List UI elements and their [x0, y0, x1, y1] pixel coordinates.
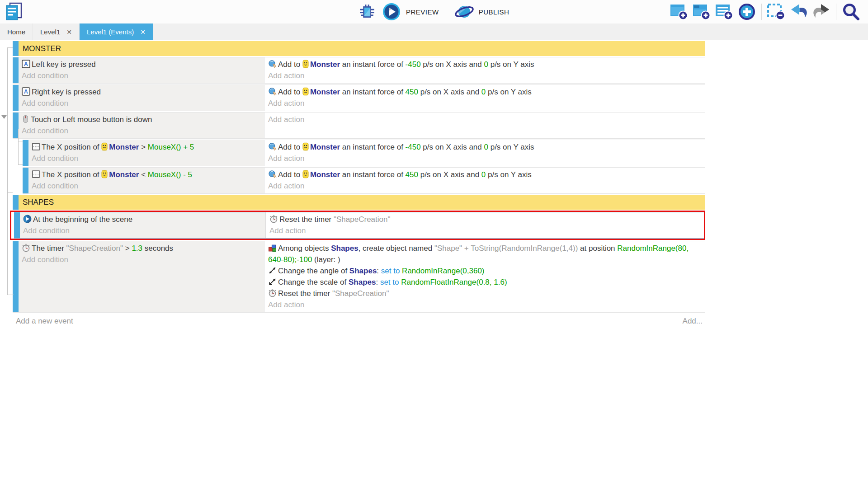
conditions-cell[interactable]: The timer "ShapeCreation" > 1.3 secondsA… [19, 241, 264, 312]
conditions-cell[interactable]: ALeft key is pressedAdd condition [19, 57, 264, 83]
instruction-text: p/s on Y axis [488, 60, 534, 69]
action-line[interactable]: Add to Monster an instant force of 450 p… [268, 169, 703, 180]
add-action[interactable]: Add action [268, 70, 703, 81]
add-action[interactable]: Add action [268, 98, 703, 109]
redo-icon[interactable] [811, 3, 831, 21]
actions-cell[interactable]: Add to Monster an instant force of -450 … [264, 57, 705, 83]
file-menu-icon[interactable] [4, 2, 24, 20]
add-action[interactable]: Add action [269, 225, 702, 236]
tab-level1-events[interactable]: Level1 (Events)✕ [80, 23, 153, 40]
actions-cell[interactable]: Add to Monster an instant force of 450 p… [264, 168, 705, 193]
conditions-cell[interactable]: ARight key is pressedAdd condition [19, 85, 264, 111]
event-selection-bar[interactable] [13, 85, 19, 111]
event-selection-bar[interactable] [23, 140, 28, 166]
event-row[interactable]: ARight key is pressedAdd conditionAdd to… [13, 84, 705, 111]
action-line[interactable]: Among objects Shapes, create object name… [268, 243, 703, 265]
add-condition[interactable]: Add condition [22, 98, 262, 109]
event-row[interactable]: The timer "ShapeCreation" > 1.3 secondsA… [13, 241, 705, 313]
conditions-cell[interactable]: The X position of Monster > MouseX() + 5… [28, 140, 264, 166]
event-selection-bar[interactable] [13, 57, 19, 83]
add-condition[interactable]: Add condition [22, 70, 262, 81]
event-row[interactable]: ALeft key is pressedAdd conditionAdd to … [13, 57, 705, 84]
instruction-text: Monster [310, 143, 340, 151]
tab-level1[interactable]: Level1✕ [33, 23, 80, 40]
add-action[interactable]: Add action [268, 114, 703, 125]
condition-line[interactable]: ALeft key is pressed [22, 59, 262, 70]
instruction-text: MouseX() + 5 [148, 143, 194, 151]
tab-home[interactable]: Home [0, 23, 33, 40]
instruction-text: Right key is pressed [32, 88, 101, 96]
event-selection-bar[interactable] [13, 241, 19, 312]
tab-close-icon[interactable]: ✕ [140, 28, 146, 36]
action-line[interactable]: Add to Monster an instant force of -450 … [268, 141, 703, 153]
condition-line[interactable]: The X position of Monster < MouseX() - 5 [32, 169, 262, 180]
top-toolbar: PREVIEW PUBLISH [0, 0, 868, 23]
event-selection-bar[interactable] [13, 195, 19, 210]
add-event-icon[interactable] [669, 3, 689, 21]
conditions-cell[interactable]: The X position of Monster < MouseX() - 5… [28, 168, 264, 193]
action-line[interactable]: Change the scale of Shapes: set to Rando… [268, 277, 703, 288]
preview-icon[interactable] [382, 3, 401, 21]
publish-icon[interactable] [454, 3, 474, 21]
action-line[interactable]: Reset the timer "ShapeCreation" [269, 214, 702, 225]
debugger-icon[interactable] [357, 3, 377, 21]
instruction-text: "ShapeCreation" [66, 244, 123, 253]
add-action[interactable]: Add action [268, 153, 703, 164]
instruction-text: Monster [109, 170, 139, 179]
actions-cell[interactable]: Among objects Shapes, create object name… [264, 241, 705, 312]
condition-line[interactable]: At the beginning of the scene [23, 214, 264, 225]
search-icon[interactable] [841, 3, 861, 21]
event-row[interactable]: Touch or Left mouse button is downAdd co… [13, 112, 705, 139]
instruction-text: an instant force of [340, 143, 406, 151]
actions-cell[interactable]: Add to Monster an instant force of 450 p… [264, 85, 705, 111]
instruction-text: 0 [481, 170, 486, 179]
add-new-event-link[interactable]: Add a new event [16, 317, 73, 326]
condition-line[interactable]: The X position of Monster > MouseX() + 5 [32, 141, 262, 153]
instruction-text: Add to [278, 60, 302, 69]
event-row[interactable]: At the beginning of the sceneAdd conditi… [14, 212, 704, 239]
event-row[interactable]: The X position of Monster < MouseX() - 5… [23, 167, 705, 194]
add-action[interactable]: Add action [268, 180, 703, 192]
tab-close-icon[interactable]: ✕ [66, 28, 72, 36]
instruction-text: 0 [484, 143, 488, 151]
actions-cell[interactable]: Reset the timer "ShapeCreation"Add actio… [266, 212, 704, 238]
collapse-expander-icon[interactable] [1, 115, 7, 119]
add-action[interactable]: Add action [268, 299, 703, 310]
add-subevent-icon[interactable] [692, 3, 712, 21]
add-condition[interactable]: Add condition [22, 125, 262, 136]
conditions-cell[interactable]: At the beginning of the sceneAdd conditi… [20, 212, 266, 238]
delete-event-icon[interactable] [766, 3, 786, 21]
event-selection-bar[interactable] [14, 212, 20, 238]
add-comment-icon[interactable] [714, 3, 734, 21]
actions-cell[interactable]: Add action [264, 113, 705, 138]
action-line[interactable]: Change the angle of Shapes: set to Rando… [268, 265, 703, 277]
action-line[interactable]: Reset the timer "ShapeCreation" [268, 288, 703, 299]
event-row[interactable]: The X position of Monster > MouseX() + 5… [23, 140, 705, 166]
undo-icon[interactable] [789, 3, 809, 21]
add-condition[interactable]: Add condition [23, 225, 264, 236]
instruction-text: Left key is pressed [32, 60, 96, 69]
group-header[interactable]: SHAPES [13, 195, 705, 210]
instruction-text: Change the scale of [278, 278, 349, 286]
instruction-text: p/s on Y axis [486, 170, 531, 179]
add-other-event-icon[interactable] [737, 3, 757, 21]
scene-begin-icon [23, 215, 32, 223]
condition-line[interactable]: ARight key is pressed [22, 86, 262, 98]
event-selection-bar[interactable] [23, 168, 28, 193]
actions-cell[interactable]: Add to Monster an instant force of -450 … [264, 140, 705, 166]
condition-line[interactable]: The timer "ShapeCreation" > 1.3 seconds [22, 243, 262, 254]
conditions-cell[interactable]: Touch or Left mouse button is downAdd co… [19, 113, 264, 138]
add-condition[interactable]: Add condition [32, 153, 262, 164]
preview-label[interactable]: PREVIEW [406, 8, 439, 16]
add-more-link[interactable]: Add... [683, 317, 703, 326]
monster-object-icon [302, 142, 309, 151]
group-header[interactable]: MONSTER [13, 41, 705, 56]
publish-label[interactable]: PUBLISH [479, 8, 509, 16]
action-line[interactable]: Add to Monster an instant force of -450 … [268, 59, 703, 70]
action-line[interactable]: Add to Monster an instant force of 450 p… [268, 86, 703, 98]
add-condition[interactable]: Add condition [32, 180, 262, 192]
event-selection-bar[interactable] [13, 41, 19, 56]
add-condition[interactable]: Add condition [22, 254, 262, 265]
instruction-text: Reset the timer [278, 289, 332, 298]
condition-line[interactable]: Touch or Left mouse button is down [22, 114, 262, 125]
